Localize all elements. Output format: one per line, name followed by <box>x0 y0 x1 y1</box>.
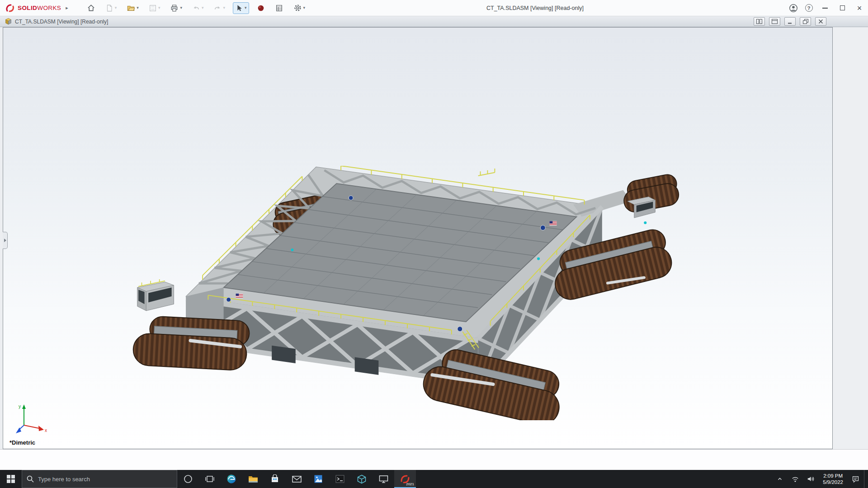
store-icon <box>270 474 279 483</box>
action-center-button[interactable] <box>849 470 862 488</box>
save-button[interactable]: ▾ <box>146 2 163 14</box>
photos-icon <box>314 474 323 483</box>
display-icon <box>379 475 388 483</box>
assembly-document-icon <box>5 18 12 25</box>
maximize-button[interactable] <box>834 0 851 16</box>
volume-button[interactable] <box>804 470 817 488</box>
search-input[interactable] <box>38 476 172 483</box>
file-explorer-button[interactable] <box>242 470 264 488</box>
document-title: CT_TA.SLDASM [Viewing] [Read-only] <box>15 19 108 25</box>
3d-viewer-icon <box>357 474 366 484</box>
open-folder-icon <box>127 4 135 12</box>
show-desktop-button[interactable] <box>864 470 867 488</box>
split-view-button[interactable] <box>754 17 765 26</box>
action-center-icon <box>852 475 859 483</box>
orientation-triad: y x <box>15 403 48 436</box>
clock-date: 5/9/2022 <box>823 479 843 485</box>
graphics-viewport[interactable]: y x *Dimetric <box>3 27 833 449</box>
dropdown-arrow-icon: ▾ <box>303 6 306 10</box>
screen: SOLIDWORKS ▸ ▾ <box>0 0 868 488</box>
3d-viewer-button[interactable] <box>351 470 373 488</box>
maximize-icon <box>840 5 845 10</box>
help-button[interactable]: ? <box>801 0 816 16</box>
taskbar-search[interactable] <box>22 470 177 488</box>
feature-panel-collapse-tab[interactable] <box>3 232 8 249</box>
status-bar <box>0 449 868 470</box>
evaluate-table-icon <box>275 4 283 12</box>
cortana-button[interactable] <box>177 470 199 488</box>
clock-time: 2:09 PM <box>823 473 843 479</box>
undo-button[interactable]: ▾ <box>190 2 206 14</box>
new-document-button[interactable]: ▾ <box>103 2 119 14</box>
dassault-systemes-logo-icon <box>5 4 15 12</box>
new-document-icon <box>105 4 113 12</box>
model-track-front-left[interactable] <box>132 315 250 371</box>
help-icon: ? <box>805 4 813 12</box>
redo-icon <box>213 4 222 12</box>
dropdown-arrow-icon: ▾ <box>158 6 160 10</box>
solidworks-taskbar-button[interactable]: 2021 <box>394 470 416 488</box>
material-button[interactable] <box>255 2 267 14</box>
evaluate-button[interactable] <box>273 2 286 14</box>
model-front-cab[interactable] <box>137 279 174 311</box>
system-tray: 2:09 PM 5/9/2022 <box>773 470 868 488</box>
taskbar-clock[interactable]: 2:09 PM 5/9/2022 <box>819 473 847 485</box>
brand-light: WORKS <box>37 5 61 11</box>
search-icon <box>27 475 34 483</box>
photos-button[interactable] <box>307 470 329 488</box>
home-button[interactable] <box>85 2 98 14</box>
doc-minimize-icon <box>788 19 793 24</box>
doc-restore-icon <box>803 19 808 24</box>
task-view-icon <box>205 475 214 483</box>
collapse-arrow-icon <box>4 239 6 242</box>
select-tool-button[interactable]: ▾ <box>233 2 249 14</box>
windows-start-icon <box>7 475 15 483</box>
options-gear-icon <box>293 4 302 12</box>
network-wifi-icon <box>791 475 799 483</box>
dropdown-arrow-icon: ▾ <box>202 6 204 10</box>
command-prompt-icon <box>335 475 344 483</box>
redo-button[interactable]: ▾ <box>211 2 227 14</box>
view-orientation-label: *Dimetric <box>9 439 35 446</box>
start-button[interactable] <box>0 470 22 488</box>
account-button[interactable] <box>786 0 801 16</box>
solidworks-logo: SOLIDWORKS <box>0 4 65 12</box>
material-sphere-icon <box>257 4 265 12</box>
store-button[interactable] <box>264 470 286 488</box>
document-titlebar: CT_TA.SLDASM [Viewing] [Read-only] <box>0 16 868 27</box>
print-button[interactable]: ▾ <box>168 2 184 14</box>
close-icon: × <box>857 4 862 12</box>
edge-icon <box>226 474 236 484</box>
solidworks-version-badge: 2021 <box>406 482 414 486</box>
crawler-3d-model[interactable] <box>131 166 684 420</box>
network-button[interactable] <box>788 470 802 488</box>
save-icon <box>149 4 157 12</box>
task-pane-strip <box>833 27 868 449</box>
dropdown-arrow-icon: ▾ <box>223 6 225 10</box>
home-icon <box>87 4 95 12</box>
dropdown-arrow-icon: ▾ <box>245 6 247 10</box>
toolbar-expand-arrow[interactable]: ▸ <box>65 5 73 11</box>
mail-icon <box>292 475 302 483</box>
hidden-icons-button[interactable] <box>773 470 787 488</box>
doc-restore-button[interactable] <box>800 17 811 26</box>
mail-button[interactable] <box>286 470 307 488</box>
edge-button[interactable] <box>221 470 242 488</box>
display-button[interactable] <box>373 470 394 488</box>
dropdown-arrow-icon: ▾ <box>180 6 182 10</box>
document-window-controls <box>754 17 826 26</box>
command-prompt-button[interactable] <box>329 470 351 488</box>
tile-view-button[interactable] <box>769 17 780 26</box>
task-view-button[interactable] <box>199 470 221 488</box>
minimize-button[interactable] <box>816 0 834 16</box>
doc-minimize-button[interactable] <box>784 17 796 26</box>
volume-icon <box>807 475 815 483</box>
print-icon <box>170 4 179 12</box>
open-button[interactable]: ▾ <box>124 2 141 14</box>
triad-y-label: y <box>19 404 21 409</box>
close-button[interactable]: × <box>851 0 868 16</box>
doc-close-icon <box>818 19 823 24</box>
options-button[interactable]: ▾ <box>291 2 308 14</box>
doc-close-button[interactable] <box>815 17 826 26</box>
dropdown-arrow-icon: ▾ <box>137 6 139 10</box>
